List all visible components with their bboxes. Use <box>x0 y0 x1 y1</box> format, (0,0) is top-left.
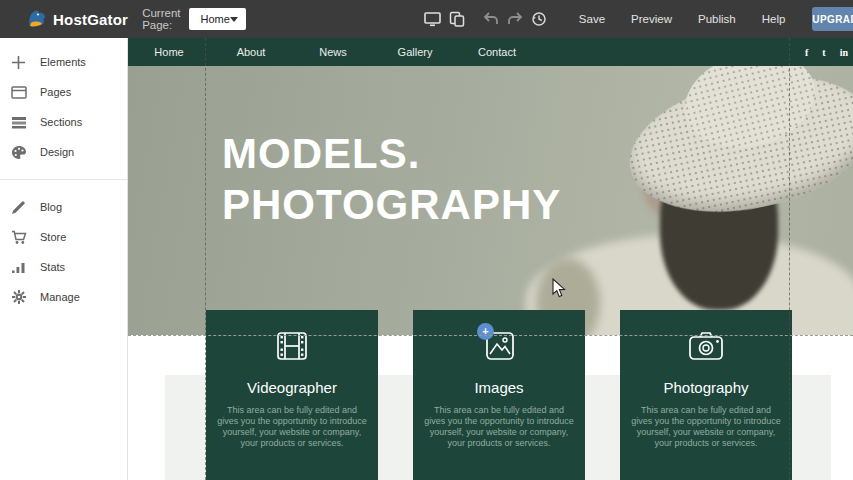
hero-title[interactable]: MODELS. PHOTOGRAPHY <box>222 128 561 230</box>
nav-item-news[interactable]: News <box>292 46 374 58</box>
hero-title-line2: PHOTOGRAPHY <box>222 179 561 230</box>
twitter-icon[interactable]: t <box>822 47 825 58</box>
redo-icon[interactable] <box>506 10 524 28</box>
nav-item-contact[interactable]: Contact <box>456 46 538 58</box>
undo-icon[interactable] <box>482 10 500 28</box>
sidebar-item-label: Design <box>40 146 74 158</box>
sidebar-divider <box>0 179 127 180</box>
palette-icon <box>10 144 27 161</box>
site-canvas: Home About News Gallery Contact f t in M… <box>128 38 853 480</box>
card-body: This area can be fully edited and gives … <box>217 405 367 449</box>
sidebar-item-label: Store <box>40 231 66 243</box>
sidebar-item-label: Stats <box>40 261 65 273</box>
mobile-preview-icon[interactable] <box>448 10 466 28</box>
editor-actions: Save Preview Publish Help <box>566 13 799 25</box>
logo-text: HostGator <box>53 11 128 28</box>
feature-cards: Videographer This area can be fully edit… <box>206 310 792 480</box>
nav-item-home[interactable]: Home <box>128 46 210 58</box>
sidebar-item-pages[interactable]: Pages <box>0 77 127 107</box>
social-links: f t in <box>805 38 848 66</box>
editor-topbar: HostGator Current Page: Home S <box>0 0 853 38</box>
sidebar-item-manage[interactable]: Manage <box>0 282 127 312</box>
sidebar-item-label: Elements <box>40 56 86 68</box>
sidebar-item-blog[interactable]: Blog <box>0 192 127 222</box>
card-title: Videographer <box>206 379 378 396</box>
card-title: Photography <box>620 379 792 396</box>
chart-icon <box>10 259 27 276</box>
facebook-icon[interactable]: f <box>805 47 808 58</box>
sections-icon <box>10 114 27 131</box>
hostgator-logo-icon <box>26 8 48 30</box>
add-image-badge[interactable]: + <box>477 323 494 340</box>
sidebar-item-label: Sections <box>40 116 82 128</box>
sidebar-item-stats[interactable]: Stats <box>0 252 127 282</box>
film-icon <box>206 330 378 366</box>
chevron-down-icon <box>230 17 238 22</box>
preview-mode-icons <box>424 10 548 28</box>
sidebar-item-label: Manage <box>40 291 80 303</box>
nav-item-about[interactable]: About <box>210 46 292 58</box>
card-body: This area can be fully edited and gives … <box>631 405 781 449</box>
current-page-value: Home <box>201 13 230 25</box>
sidebar-item-sections[interactable]: Sections <box>0 107 127 137</box>
card-videographer[interactable]: Videographer This area can be fully edit… <box>206 310 378 480</box>
pages-icon <box>10 84 27 101</box>
current-page-label: Current Page: <box>142 7 180 31</box>
card-photography[interactable]: Photography This area can be fully edite… <box>620 310 792 480</box>
gear-icon <box>10 289 27 306</box>
nav-item-gallery[interactable]: Gallery <box>374 46 456 58</box>
sidebar-item-elements[interactable]: Elements <box>0 47 127 77</box>
hero-section[interactable]: MODELS. PHOTOGRAPHY <box>128 66 853 335</box>
upgrade-button[interactable]: UPGRADE <box>812 7 853 31</box>
plus-icon <box>10 54 27 71</box>
desktop-preview-icon[interactable] <box>424 10 442 28</box>
sidebar-item-label: Pages <box>40 86 71 98</box>
hostgator-logo: HostGator <box>26 8 128 30</box>
save-button[interactable]: Save <box>566 13 618 25</box>
sidebar-item-design[interactable]: Design <box>0 137 127 167</box>
sidebar-item-label: Blog <box>40 201 62 213</box>
publish-button[interactable]: Publish <box>685 13 749 25</box>
site-navbar: Home About News Gallery Contact f t in <box>128 38 853 66</box>
preview-button[interactable]: Preview <box>618 13 685 25</box>
pencil-icon <box>10 199 27 216</box>
history-icon[interactable] <box>530 10 548 28</box>
camera-icon <box>620 330 792 366</box>
hero-title-line1: MODELS. <box>222 128 561 179</box>
cart-icon <box>10 229 27 246</box>
linkedin-icon[interactable]: in <box>840 47 848 58</box>
card-title: Images <box>413 379 585 396</box>
card-body: This area can be fully edited and gives … <box>424 405 574 449</box>
hostgator-site-builder: HostGator Current Page: Home S <box>0 0 853 480</box>
sidebar-item-store[interactable]: Store <box>0 222 127 252</box>
card-images[interactable]: + Images This area can be fully edited a… <box>413 310 585 480</box>
editor-sidebar: Elements Pages Sections Design Blog <box>0 38 128 480</box>
current-page-select[interactable]: Home <box>189 8 246 30</box>
image-plus-icon: + <box>413 330 585 366</box>
help-button[interactable]: Help <box>749 13 799 25</box>
